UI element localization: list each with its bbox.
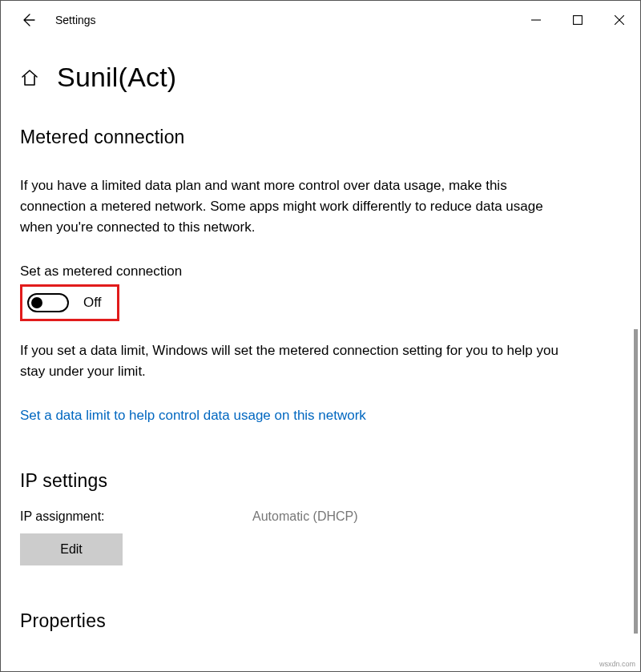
properties-heading: Properties [20,610,621,632]
metered-description: If you have a limited data plan and want… [20,175,565,238]
minimize-icon [531,15,541,25]
home-icon[interactable] [20,68,39,87]
minimize-button[interactable] [515,5,557,35]
back-button[interactable] [15,7,41,33]
titlebar-left: Settings [1,7,96,33]
content-area[interactable]: Sunil(Act) Metered connection If you hav… [1,39,640,671]
metered-toggle-state: Off [83,295,101,311]
maximize-icon [573,15,583,25]
metered-highlight: Off [20,284,119,321]
app-title: Settings [55,14,96,26]
back-arrow-icon [20,12,36,28]
edit-button[interactable]: Edit [20,533,123,565]
ip-heading: IP settings [20,470,621,492]
window-controls [515,5,640,35]
scrollbar[interactable] [634,329,638,634]
watermark: wsxdn.com [599,660,635,668]
ip-assignment-row: IP assignment: Automatic (DHCP) [20,509,621,524]
titlebar: Settings [1,1,640,39]
page-title: Sunil(Act) [57,62,176,93]
page-header: Sunil(Act) [20,62,621,93]
close-icon [615,15,624,25]
close-button[interactable] [599,5,640,35]
metered-toggle[interactable] [27,293,69,312]
svg-rect-0 [574,16,583,25]
metered-heading: Metered connection [20,127,621,148]
metered-toggle-label: Set as metered connection [20,264,621,280]
ip-assignment-value: Automatic (DHCP) [252,509,358,524]
ip-assignment-label: IP assignment: [20,509,252,524]
data-limit-link[interactable]: Set a data limit to help control data us… [20,408,366,424]
maximize-button[interactable] [557,5,599,35]
metered-note: If you set a data limit, Windows will se… [20,340,565,382]
